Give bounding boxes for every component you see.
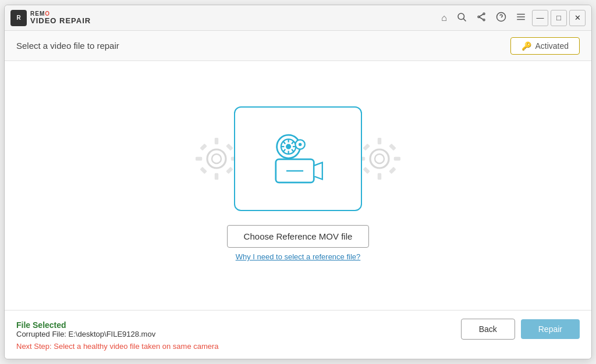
svg-rect-18 <box>200 144 207 151</box>
svg-rect-19 <box>226 144 233 151</box>
svg-point-2 <box>483 13 485 15</box>
svg-rect-16 <box>196 157 202 160</box>
app-window: R REMO VIDEO REPAIR ⌂ <box>4 5 592 359</box>
svg-point-12 <box>207 149 226 168</box>
svg-rect-15 <box>215 173 218 180</box>
window-controls: — □ ✕ <box>532 10 586 26</box>
main-content: Choose Reference MOV file Why I need to … <box>5 61 591 310</box>
activated-button[interactable]: 🔑 Activated <box>510 37 580 55</box>
svg-point-3 <box>478 16 480 17</box>
search-icon[interactable] <box>456 12 467 24</box>
svg-rect-42 <box>394 157 400 160</box>
svg-rect-43 <box>363 144 370 151</box>
svg-point-13 <box>212 154 221 163</box>
page-title: Select a video file to repair <box>16 41 119 51</box>
logo-product: VIDEO REPAIR <box>30 17 91 25</box>
help-icon[interactable] <box>496 12 506 24</box>
svg-point-38 <box>375 154 384 163</box>
app-logo: R REMO VIDEO REPAIR <box>10 10 441 26</box>
reference-link[interactable]: Why I need to select a reference file? <box>236 252 361 261</box>
footer-area: File Selected Corrupted File: E:\desktop… <box>5 310 591 359</box>
maximize-button[interactable]: □ <box>551 10 567 26</box>
file-info: File Selected Corrupted File: E:\desktop… <box>16 320 155 338</box>
svg-rect-39 <box>378 138 381 144</box>
svg-rect-21 <box>226 167 233 174</box>
svg-line-5 <box>480 14 483 16</box>
headerbar: Select a video file to repair 🔑 Activate… <box>5 31 591 61</box>
minimize-button[interactable]: — <box>532 10 548 26</box>
svg-rect-44 <box>389 144 396 151</box>
svg-rect-40 <box>378 173 381 180</box>
share-icon[interactable] <box>476 12 487 24</box>
icon-area <box>193 106 403 211</box>
logo-icon: R <box>10 10 27 26</box>
svg-rect-46 <box>389 167 396 174</box>
next-step-text: Next Step: Select a healthy video file t… <box>16 342 580 351</box>
svg-line-1 <box>463 19 466 21</box>
home-icon[interactable]: ⌂ <box>441 13 447 23</box>
svg-line-6 <box>480 17 483 19</box>
file-selected-label: File Selected <box>16 320 155 330</box>
svg-point-0 <box>458 13 464 20</box>
svg-point-4 <box>483 19 485 20</box>
titlebar-icons: ⌂ <box>441 12 526 24</box>
svg-point-24 <box>286 144 291 149</box>
back-button[interactable]: Back <box>461 319 515 340</box>
menu-icon[interactable] <box>516 12 526 24</box>
svg-rect-14 <box>215 138 218 144</box>
central-card <box>234 106 362 211</box>
footer-top-row: File Selected Corrupted File: E:\desktop… <box>16 319 580 340</box>
footer-buttons: Back Repair <box>461 319 580 340</box>
titlebar: R REMO VIDEO REPAIR ⌂ <box>5 5 591 31</box>
svg-point-34 <box>299 143 301 146</box>
logo-text: REMO VIDEO REPAIR <box>30 10 91 25</box>
choose-reference-button[interactable]: Choose Reference MOV file <box>227 225 370 248</box>
svg-rect-20 <box>200 167 207 174</box>
activated-label: Activated <box>535 41 569 51</box>
svg-rect-45 <box>363 167 370 174</box>
key-icon: 🔑 <box>522 41 531 51</box>
close-button[interactable]: ✕ <box>569 10 586 26</box>
left-gear-icon <box>193 135 240 182</box>
corrupted-file-text: Corrupted File: E:\desktop\FILE9128.mov <box>16 330 155 338</box>
repair-button[interactable]: Repair <box>521 319 580 339</box>
button-area: Choose Reference MOV file Why I need to … <box>227 225 370 261</box>
right-gear-icon <box>356 135 403 182</box>
svg-point-37 <box>370 149 389 168</box>
camera-icon <box>260 130 336 188</box>
